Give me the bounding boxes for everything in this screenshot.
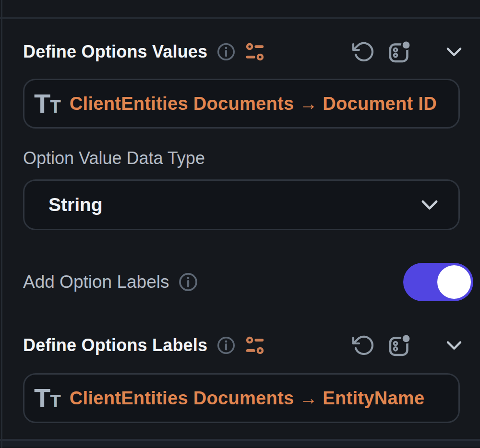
add-option-labels-row: Add Option Labels [23, 263, 466, 301]
options-panel: Define Options Values [0, 40, 480, 423]
formula-sliders-icon[interactable] [244, 334, 266, 356]
top-spacer [0, 0, 480, 17]
dropdown-chevron-down-icon [417, 192, 442, 217]
add-option-labels-toggle[interactable] [403, 263, 473, 301]
options-values-binding-field[interactable]: TT ClientEntities Documents → Document I… [23, 79, 460, 129]
text-type-icon: TT [34, 90, 61, 117]
define-options-labels-header: Define Options Labels [23, 334, 466, 357]
next-section-edge [0, 441, 480, 447]
panel-left-border [1, 0, 2, 448]
add-option-labels-label: Add Option Labels [23, 272, 169, 292]
toggle-knob [437, 265, 471, 299]
text-type-icon: TT [34, 385, 61, 412]
option-value-data-type-label: Option Value Data Type [23, 148, 466, 169]
reset-icon[interactable] [351, 334, 374, 357]
info-icon[interactable] [178, 271, 199, 293]
section-title-define-options-labels: Define Options Labels [23, 335, 207, 355]
data-type-select[interactable]: String [23, 179, 460, 230]
options-labels-binding-text: ClientEntities Documents → EntityName [70, 388, 425, 409]
data-type-selected-value: String [48, 194, 103, 215]
bind-variable-icon[interactable] [387, 39, 412, 64]
info-icon[interactable] [216, 42, 236, 62]
formula-sliders-icon[interactable] [244, 41, 266, 63]
section-title-define-options-values: Define Options Values [23, 42, 207, 62]
collapse-chevron-down-icon[interactable] [443, 334, 466, 357]
top-divider [0, 17, 480, 19]
info-icon[interactable] [216, 335, 236, 355]
bind-variable-icon[interactable] [387, 333, 412, 358]
collapse-chevron-down-icon[interactable] [443, 40, 466, 63]
options-values-binding-text: ClientEntities Documents → Document ID [70, 94, 437, 114]
options-labels-binding-field[interactable]: TT ClientEntities Documents → EntityName [23, 373, 460, 423]
reset-icon[interactable] [351, 40, 374, 63]
define-options-values-header: Define Options Values [23, 40, 466, 63]
